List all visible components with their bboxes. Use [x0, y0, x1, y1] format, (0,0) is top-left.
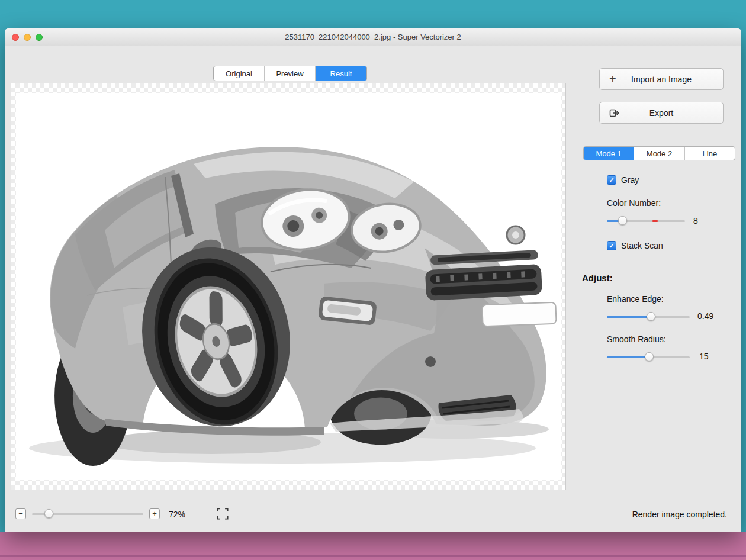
smooth-radius-label: Smooth Radius: [607, 334, 666, 344]
fullscreen-window-button[interactable] [36, 34, 43, 41]
slider-thumb[interactable] [645, 352, 654, 361]
adjust-heading: Adjust: [582, 273, 613, 283]
sidebar: + Import an Image Export Mode 1 M [576, 46, 746, 531]
window-body: Original Preview Result [5, 46, 741, 531]
tab-original[interactable]: Original [214, 66, 265, 81]
stack-scan-checkbox-label: Stack Scan [621, 241, 663, 250]
slider-thumb[interactable] [647, 312, 655, 321]
view-tabs: Original Preview Result [213, 66, 367, 81]
export-icon [609, 102, 620, 123]
status-message: Render image completed. [632, 510, 727, 519]
minimize-window-button[interactable] [24, 34, 31, 41]
slider-fill [607, 356, 649, 358]
fit-to-screen-button[interactable] [215, 506, 230, 522]
color-number-marker [652, 220, 658, 222]
mode-1-segment[interactable]: Mode 1 [584, 147, 634, 160]
image-canvas [11, 83, 566, 490]
stack-scan-checkbox[interactable]: ✓ [607, 241, 616, 250]
enhance-edge-slider[interactable] [607, 312, 690, 321]
window-title: 2531170_221042044000_2.jpg - Super Vecto… [285, 33, 461, 41]
gray-checkbox-label: Gray [621, 175, 639, 185]
tab-preview[interactable]: Preview [265, 66, 316, 81]
stack-scan-checkbox-row: ✓ Stack Scan [607, 241, 663, 250]
minus-icon: − [18, 509, 23, 518]
slider-thumb[interactable] [618, 216, 627, 225]
export-button[interactable]: Export [599, 102, 724, 124]
plus-icon: + [609, 69, 616, 89]
gray-checkbox-row: ✓ Gray [607, 175, 639, 185]
desktop-pink-stripe [0, 555, 746, 557]
plus-icon: + [152, 509, 157, 518]
traffic-lights [12, 34, 43, 41]
window-titlebar[interactable]: 2531170_221042044000_2.jpg - Super Vecto… [5, 28, 741, 46]
line-segment[interactable]: Line [685, 147, 735, 160]
mode-segmented-control: Mode 1 Mode 2 Line [583, 146, 735, 160]
color-number-slider[interactable] [607, 216, 685, 226]
enhance-edge-label: Enhance Edge: [607, 294, 664, 304]
gray-checkbox[interactable]: ✓ [607, 175, 616, 185]
slider-thumb[interactable] [44, 509, 53, 518]
checkmark-icon: ✓ [609, 242, 614, 249]
mode-2-segment[interactable]: Mode 2 [634, 147, 684, 160]
app-window: 2531170_221042044000_2.jpg - Super Vecto… [5, 28, 741, 532]
zoom-out-button[interactable]: − [15, 508, 26, 519]
vectorized-car-image [16, 93, 561, 480]
checkmark-icon: ✓ [609, 176, 614, 184]
smooth-radius-slider[interactable] [607, 352, 690, 362]
smooth-radius-value: 15 [699, 352, 709, 361]
color-number-value: 8 [693, 216, 698, 226]
close-window-button[interactable] [12, 34, 19, 41]
zoom-slider[interactable] [32, 509, 143, 519]
import-image-label: Import an Image [631, 75, 692, 84]
fullscreen-icon [217, 508, 229, 520]
slider-fill [607, 316, 651, 318]
image-surface [16, 93, 561, 480]
enhance-edge-value: 0.49 [697, 311, 713, 321]
color-number-label: Color Number: [607, 198, 661, 208]
export-label: Export [649, 108, 673, 118]
tab-result[interactable]: Result [316, 66, 366, 81]
import-image-button[interactable]: + Import an Image [599, 68, 724, 90]
zoom-level-value: 72% [169, 510, 185, 519]
zoom-in-button[interactable]: + [149, 508, 160, 519]
desktop-background: 2531170_221042044000_2.jpg - Super Vecto… [0, 0, 746, 560]
